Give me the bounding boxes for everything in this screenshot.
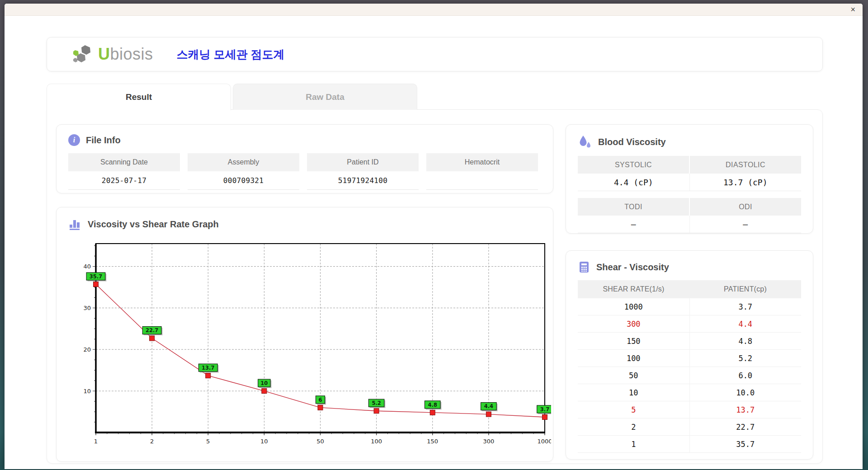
page-title: 스캐닝 모세관 점도계 (177, 47, 285, 62)
sv-shear-cell: 100 (578, 350, 689, 367)
file-info-field: Assembly000709321 (188, 153, 299, 190)
ubiosis-logo-icon (71, 42, 95, 66)
table-row: 222.7 (578, 418, 801, 436)
table-row: 1005.2 (578, 350, 801, 367)
field-value: 51971924100 (307, 171, 419, 190)
sv-patient-cell: 4.8 (689, 333, 802, 349)
viscosity-graph-card: Viscosity vs Shear Rate Graph 1020304012… (56, 207, 553, 462)
svg-text:50: 50 (316, 438, 324, 445)
blood-viscosity-card: Blood Viscosity SYSTOLICDIASTOLIC4.4 (cP… (566, 124, 813, 234)
field-label: Assembly (188, 153, 299, 171)
field-label: Scanning Date (68, 153, 180, 171)
bv-header-cell: ODI (689, 198, 801, 216)
table-row: 10003.7 (578, 298, 801, 315)
svg-text:6: 6 (318, 397, 322, 403)
table-row: 506.0 (578, 367, 801, 384)
file-info-fields: Scanning Date2025-07-17Assembly000709321… (68, 153, 541, 190)
sv-patient-cell: 3.7 (689, 298, 802, 315)
field-value: 000709321 (188, 171, 299, 190)
svg-text:2: 2 (150, 438, 154, 445)
tab-result[interactable]: Result (47, 84, 231, 110)
sv-patient-cell: 22.7 (689, 418, 802, 435)
file-info-title: File Info (86, 135, 121, 146)
table-row: 3004.4 (578, 315, 801, 333)
shear-viscosity-title: Shear - Viscosity (596, 262, 669, 273)
sv-shear-cell: 300 (578, 315, 689, 332)
file-info-field: Scanning Date2025-07-17 (68, 153, 180, 190)
info-icon: i (68, 134, 80, 146)
sv-header-row: SHEAR RATE(1/s)PATIENT(cp) (578, 280, 801, 298)
sv-patient-cell: 4.4 (689, 315, 802, 332)
brand-u: U (98, 45, 110, 63)
svg-text:13.7: 13.7 (202, 365, 214, 371)
bv-header-cell: TODI (578, 198, 689, 216)
tab-bar: Result Raw Data (47, 84, 823, 110)
field-value (426, 171, 538, 190)
close-icon[interactable]: × (850, 5, 855, 14)
brand-rest: biosis (110, 45, 153, 63)
svg-text:5: 5 (206, 438, 210, 445)
viscosity-chart: 102030401251050100150300100035.722.713.7… (71, 239, 547, 448)
table-row: 1010.0 (578, 384, 801, 401)
svg-text:40: 40 (83, 263, 91, 270)
sv-shear-cell: 150 (578, 333, 689, 349)
svg-text:150: 150 (427, 438, 438, 445)
header-card: Ubiosis 스캐닝 모세관 점도계 (47, 37, 823, 71)
main-content: Ubiosis 스캐닝 모세관 점도계 Result Raw Data i Fi… (5, 16, 863, 464)
bv-value-cell: – (578, 216, 689, 233)
svg-text:30: 30 (83, 305, 91, 311)
graph-title: Viscosity vs Shear Rate Graph (88, 219, 219, 230)
blood-viscosity-table: SYSTOLICDIASTOLIC4.4 (cP)13.7 (cP)TODIOD… (578, 156, 801, 233)
sv-patient-cell: 13.7 (689, 401, 802, 418)
sv-shear-cell: 5 (578, 401, 689, 418)
sv-header-cell: SHEAR RATE(1/s) (578, 280, 689, 298)
file-info-field: Patient ID51971924100 (307, 153, 419, 190)
right-column: Blood Viscosity SYSTOLICDIASTOLIC4.4 (cP… (566, 124, 813, 463)
bv-header-row: TODIODI (578, 198, 801, 216)
svg-text:10: 10 (83, 388, 91, 395)
sv-shear-cell: 10 (578, 384, 689, 401)
svg-text:35.7: 35.7 (90, 273, 102, 280)
table-row: 1504.8 (578, 333, 801, 350)
chart-svg: 102030401251050100150300100035.722.713.7… (71, 239, 551, 446)
titlebar: × (5, 4, 863, 16)
sv-patient-cell: 6.0 (689, 367, 802, 384)
field-label: Patient ID (307, 153, 419, 171)
svg-text:5.2: 5.2 (372, 400, 381, 406)
bv-header-row: SYSTOLICDIASTOLIC (578, 156, 801, 174)
svg-text:300: 300 (483, 438, 494, 445)
blood-viscosity-title: Blood Viscosity (598, 137, 666, 147)
svg-text:100: 100 (371, 438, 382, 445)
blood-viscosity-group: SYSTOLICDIASTOLIC4.4 (cP)13.7 (cP) (578, 156, 801, 191)
calculator-icon (578, 261, 590, 273)
bv-header-cell: SYSTOLIC (578, 156, 689, 174)
file-info-field: Hematocrit (426, 153, 538, 190)
svg-text:4.8: 4.8 (428, 402, 437, 408)
svg-text:22.7: 22.7 (146, 327, 158, 334)
sv-shear-cell: 1000 (578, 298, 689, 315)
sv-patient-cell: 10.0 (689, 384, 802, 401)
app-window: × Ubiosis 스캐닝 모세관 점도계 Result Raw Data (5, 4, 863, 469)
bv-header-cell: DIASTOLIC (689, 156, 801, 174)
bv-value-cell: 13.7 (cP) (689, 174, 802, 191)
sv-patient-cell: 5.2 (689, 350, 802, 367)
sv-header-cell: PATIENT(cp) (689, 280, 801, 298)
result-panel: i File Info Scanning Date2025-07-17Assem… (47, 109, 823, 464)
table-row: 135.7 (578, 436, 801, 453)
bar-chart-icon (68, 217, 82, 231)
brand-logo: Ubiosis (71, 42, 153, 66)
table-row: 513.7 (578, 401, 801, 418)
file-info-card: i File Info Scanning Date2025-07-17Assem… (56, 124, 553, 193)
svg-text:4.4: 4.4 (484, 403, 493, 409)
svg-text:1000: 1000 (537, 438, 551, 445)
field-label: Hematocrit (426, 153, 538, 171)
droplets-icon (578, 135, 592, 149)
shear-viscosity-card: Shear - Viscosity SHEAR RATE(1/s)PATIENT… (566, 250, 813, 460)
sv-shear-cell: 50 (578, 367, 689, 384)
bv-value-row: 4.4 (cP)13.7 (cP) (578, 174, 801, 191)
tab-raw-data[interactable]: Raw Data (233, 84, 417, 110)
brand-text: Ubiosis (98, 45, 153, 64)
field-value: 2025-07-17 (68, 171, 180, 190)
sv-shear-cell: 2 (578, 418, 689, 435)
bv-value-cell: 4.4 (cP) (578, 174, 689, 191)
